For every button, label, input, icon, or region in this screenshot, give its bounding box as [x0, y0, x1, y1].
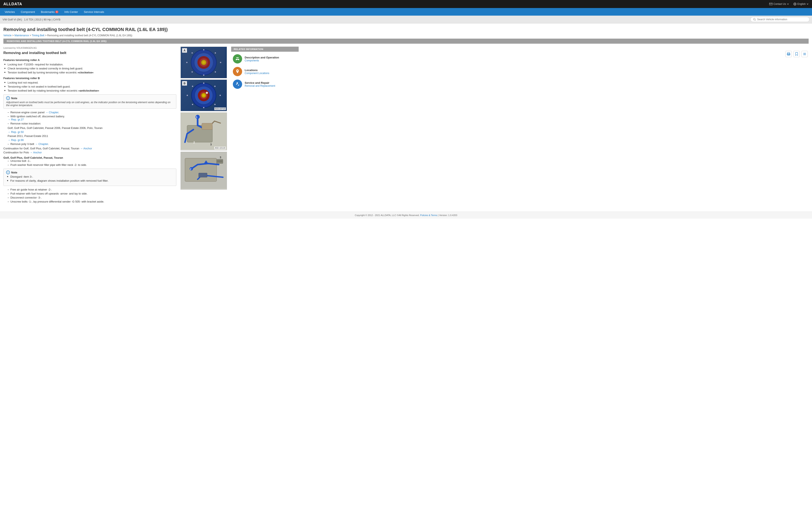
vehicle-bar: VW Golf VI (5K) 1.6 TDI | 2013 | 90 Hp |…	[0, 16, 812, 23]
list-item: Tension toothed belt by rotating tension…	[8, 89, 176, 92]
article-title: Removing and installing toothed belt	[3, 51, 176, 55]
location-icon	[235, 69, 240, 74]
list-item: Locking tool -T10265- required for insta…	[8, 63, 176, 66]
svg-rect-6	[788, 53, 790, 54]
info-icon-1: i	[6, 96, 10, 100]
list-item: Disregard -item 3-.	[10, 175, 174, 178]
image-c-ref: A92-10118	[214, 147, 226, 149]
svg-text:3: 3	[210, 143, 212, 146]
svg-point-37	[214, 104, 215, 105]
image-a-label: A	[182, 48, 187, 53]
print-button[interactable]	[786, 51, 792, 57]
breadcrumb-timing-belt[interactable]: Timing Belt	[32, 34, 45, 37]
rep-gr66: → Rep. gr.66	[8, 138, 176, 142]
breadcrumb: Vehicle > Maintenance > Timing Belt > Re…	[3, 34, 809, 37]
top-right-nav: Contact Us English	[769, 2, 809, 6]
svg-point-40	[187, 95, 188, 96]
top-bar: ALLDATA Contact Us English	[0, 0, 812, 8]
svg-point-39	[192, 104, 193, 105]
list-item: Free air guide hose at retainer -2-.	[8, 188, 176, 191]
main-nav: Vehicles Component Bookmarks 6 Info Cent…	[0, 8, 812, 16]
list-item: Unscrew bolt -1-.	[8, 159, 176, 162]
chapter-link-1[interactable]: → Chapter	[45, 111, 58, 114]
rep-link-2[interactable]: → Rep. gr.50	[8, 130, 24, 133]
image-d: 2 3	[181, 152, 227, 190]
breadcrumb-vehicle[interactable]: Vehicle	[3, 34, 12, 37]
images-column: A	[181, 44, 227, 208]
nav-service-intervals[interactable]: Service Intervals	[81, 8, 107, 16]
svg-rect-56	[216, 159, 223, 164]
bookmark-button[interactable]	[794, 51, 800, 57]
bookmarks-badge: 6	[55, 10, 59, 13]
image-b: B N15-10715	[181, 79, 227, 111]
list-button[interactable]	[802, 51, 808, 57]
svg-point-42	[206, 92, 208, 94]
passat2011: Passat 2011, Passat Estate 2011	[8, 134, 176, 137]
timing-belt-svg-a	[183, 48, 225, 77]
related-locations-text: Locations Component Locations	[245, 68, 269, 75]
nav-vehicles[interactable]: Vehicles	[2, 8, 18, 16]
list-item: Remove engine cover panel → Chapter.	[8, 111, 176, 114]
anchor-link-1[interactable]: → Anchor	[80, 147, 92, 150]
svg-point-38	[203, 107, 204, 108]
svg-text:1: 1	[196, 116, 197, 119]
related-item-desc-op[interactable]: Description and Operation Components	[231, 54, 299, 63]
content-layout: Licensed by VOLKSWAGEN AG Removing and i…	[0, 44, 812, 208]
rep-link-3[interactable]: → Rep. gr.66	[8, 138, 24, 142]
mail-icon	[769, 2, 772, 6]
footer: Copyright © 2012 - 2021 ALLDATA, LLC ©Al…	[0, 212, 812, 219]
contact-us-link[interactable]: Contact Us	[769, 2, 789, 6]
chapter-link-2[interactable]: → Chapter	[35, 143, 48, 146]
related-icon-location	[233, 67, 242, 76]
note2-list: Disregard -item 3-. For reasons of clari…	[6, 175, 174, 182]
svg-point-34	[203, 82, 204, 84]
licensed-by: Licensed by VOLKSWAGEN AG	[3, 47, 176, 49]
golf-models: Golf, Golf Plus, Golf Cabriolet, Passat …	[8, 126, 176, 129]
golf-steps-list: Unscrew bolt -1-. Push washer fluid rese…	[3, 159, 176, 166]
svg-rect-59	[199, 173, 207, 177]
related-link-removal[interactable]: Removal and Replacement	[245, 84, 275, 87]
svg-point-33	[203, 94, 205, 97]
svg-point-41	[192, 86, 193, 87]
list-item: Check tensioning roller is seated correc…	[8, 67, 176, 70]
car-icon	[235, 56, 240, 61]
related-link-components[interactable]: Components	[245, 59, 279, 62]
nav-bookmarks[interactable]: Bookmarks 6	[38, 8, 62, 16]
svg-point-36	[220, 95, 221, 96]
language-link[interactable]: English	[793, 2, 809, 6]
rep-gr50: → Rep. gr.50	[8, 130, 176, 133]
related-item-service[interactable]: Service and Repair Removal and Replaceme…	[231, 79, 299, 89]
nav-component[interactable]: Component	[18, 8, 38, 16]
breadcrumb-maintenance[interactable]: Maintenance	[14, 34, 29, 37]
list-item: Pull retainer with fuel hoses off upward…	[8, 192, 176, 195]
related-service-text: Service and Repair Removal and Replaceme…	[245, 81, 275, 87]
logo: ALLDATA	[3, 2, 22, 6]
image-b-ref: N15-10715	[214, 107, 226, 110]
policies-link[interactable]: Policies & Terms	[420, 214, 437, 217]
svg-point-35	[214, 86, 215, 87]
rep-link-1[interactable]: → Rep. gr.27	[8, 118, 24, 121]
page-header: Removing and installing toothed belt (4-…	[0, 23, 812, 39]
image-c: A92-10118 1 2 3	[181, 112, 227, 151]
search-box[interactable]	[750, 17, 809, 22]
breadcrumb-current: Removing and installing toothed belt (4-…	[47, 34, 132, 37]
search-input[interactable]	[757, 18, 807, 21]
note-text-1: Adjustment work on toothed belts must be…	[6, 101, 174, 107]
svg-text:2: 2	[193, 141, 195, 144]
anchor-link-2[interactable]: → Anchor	[30, 151, 42, 154]
right-sidebar: RELATED INFORMATION Description and Oper…	[231, 44, 299, 208]
related-icon-car	[233, 54, 242, 63]
svg-point-61	[238, 59, 239, 60]
engine-svg-d: 2 3	[181, 152, 227, 189]
svg-line-5	[755, 20, 756, 20]
continuation-polo: Continuation for Polo → Anchor	[3, 151, 176, 154]
svg-rect-9	[790, 54, 790, 54]
related-item-locations[interactable]: Locations Component Locations	[231, 67, 299, 76]
search-icon	[753, 18, 756, 21]
list-item: With ignition switched off, disconnect b…	[8, 115, 176, 121]
svg-rect-63	[238, 84, 239, 86]
nav-info-center[interactable]: Info Center	[61, 8, 81, 16]
image-b-label: B	[182, 81, 187, 86]
svg-rect-49	[202, 123, 212, 129]
related-link-component-locations[interactable]: Component Locations	[245, 72, 269, 75]
